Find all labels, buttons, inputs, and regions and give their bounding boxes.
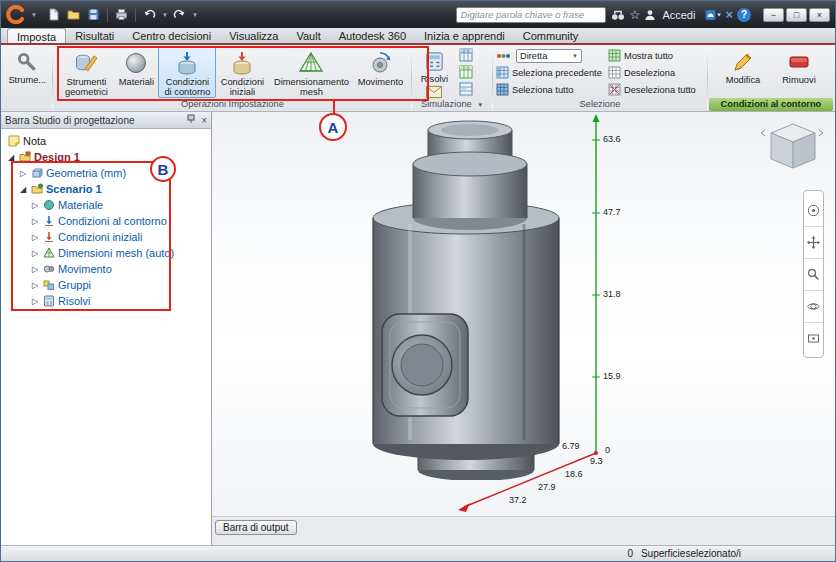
select-all-icon [496,83,509,96]
ribbon-tab-strip: Imposta Risultati Centro decisioni Visua… [1,28,835,45]
close-document-icon[interactable]: × [725,7,733,22]
tools-icon [15,50,39,74]
context-panel: Modifica Rimuovi Condizioni al contorno [709,46,833,111]
tools-panel: Strume... [3,46,51,111]
panel-chevron-icon: ▼ [477,102,483,108]
note-icon [8,135,20,147]
toolbar-separator [107,8,108,22]
tab-imposta[interactable]: Imposta [7,28,66,43]
redo-icon[interactable] [171,7,188,23]
deselect-icon [608,66,621,79]
tools-button[interactable]: Strume... [3,46,51,86]
pin-panel-icon[interactable] [186,114,196,126]
open-file-icon[interactable] [65,7,82,23]
annotation-box-a [57,46,429,101]
selection-panel-title[interactable]: Selezione [494,98,706,111]
undo-chevron-icon[interactable]: ▼ [162,12,168,18]
deselect-all-button[interactable]: Deseleziona tutto [606,83,706,96]
undo-icon[interactable] [141,7,158,23]
output-strip: Barra di output [212,516,835,545]
application-window: ▼ ▼ ▼ [0,0,836,562]
navigation-bar [803,190,824,358]
y-axis-label: 0 [605,445,610,455]
title-bar: ▼ ▼ ▼ [1,1,835,28]
select-previous-icon [496,66,509,79]
panel-separator [707,48,708,109]
binoculars-search-icon[interactable] [611,9,625,21]
viewcube[interactable] [760,116,824,176]
dropdown-chevron-icon: ▼ [572,53,578,59]
graphics-area[interactable]: 63.6 47.7 31.8 15.9 0 6.79 9.3 18.6 27.9… [212,112,835,516]
selection-count: 0 [627,548,633,559]
tab-risultati[interactable]: Risultati [66,28,123,43]
context-panel-title: Condizioni al contorno [709,98,833,111]
navigation-wheel-icon[interactable] [804,194,823,226]
selection-status-text: Superficieselezionato/i [641,548,741,559]
y-axis-label: 63.6 [603,134,621,144]
show-all-button[interactable]: Mostra tutto [606,49,706,62]
close-button[interactable]: × [809,8,830,22]
app-logo-icon[interactable] [6,5,26,25]
annotation-label-b: B [150,156,176,182]
pan-icon[interactable] [804,226,823,258]
tab-community[interactable]: Community [514,28,588,43]
redo-chevron-icon[interactable]: ▼ [192,12,198,18]
x-axis-label: 27.9 [538,482,556,492]
panel-separator [492,48,493,109]
tab-inizia-e-apprendi[interactable]: Inizia e apprendi [415,28,514,43]
tab-autodesk-360[interactable]: Autodesk 360 [330,28,415,43]
app-menu-chevron-icon[interactable]: ▼ [31,12,37,18]
quick-access-toolbar: ▼ ▼ [45,7,198,23]
y-axis-label: 47.7 [603,207,621,217]
deselect-button[interactable]: Deseleziona [606,66,706,79]
toolbar-separator [135,8,136,22]
maximize-button[interactable]: □ [786,8,807,22]
annotation-label-a: A [319,113,347,141]
autodesk360-menu-icon[interactable] [705,9,721,21]
close-panel-icon[interactable]: × [201,115,207,126]
remove-button[interactable]: Rimuovi [775,46,823,86]
selection-mode-dropdown[interactable]: Diretta▼ [494,49,606,63]
deselect-all-icon [608,83,621,96]
simulation-jobs-icon[interactable] [459,65,473,79]
panel-separator [52,48,53,109]
save-icon[interactable] [85,7,102,23]
y-axis-label: 31.8 [603,289,621,299]
window-controls: − □ × [763,8,830,22]
x-axis-label: 37.2 [509,495,527,505]
user-avatar-icon[interactable] [644,9,656,21]
search-input[interactable] [456,7,606,23]
tools-panel-title [3,98,51,111]
remove-eraser-icon [787,50,811,74]
favorites-star-icon[interactable]: ☆ [630,9,641,21]
show-all-icon [608,49,621,62]
parametric-table-icon[interactable] [459,48,473,62]
new-document-icon[interactable] [45,7,62,23]
y-axis-label: 15.9 [603,371,621,381]
tab-centro-decisioni[interactable]: Centro decisioni [123,28,220,43]
viewport: 63.6 47.7 31.8 15.9 0 6.79 9.3 18.6 27.9… [212,112,835,545]
simulation-monitor-icon[interactable] [459,82,473,96]
status-bar: 0 Superficieselezionato/i [1,545,835,561]
print-icon[interactable] [113,7,130,23]
browser-title: Barra Studio di progettazione [5,115,181,126]
3d-model-part[interactable] [352,118,592,480]
zoom-icon[interactable] [804,258,823,290]
edit-pencil-icon [731,50,755,74]
annotation-box-b [11,161,171,311]
model-side-boss [382,314,468,416]
tab-vault[interactable]: Vault [287,28,329,43]
help-icon[interactable]: ? [737,8,751,22]
sign-in-link[interactable]: Accedi [662,9,695,21]
tree-item-nota[interactable]: Nota [1,133,211,149]
minimize-button[interactable]: − [763,8,784,22]
select-previous-button[interactable]: Seleziona precedente [494,66,606,79]
look-at-icon[interactable] [804,322,823,354]
orbit-icon[interactable] [804,290,823,322]
edit-button[interactable]: Modifica [719,46,767,86]
direct-selection-icon [496,52,511,60]
output-bar-button[interactable]: Barra di output [215,520,297,535]
selection-panel: Diretta▼ Mostra tutto Seleziona preceden… [494,46,706,111]
tab-visualizza[interactable]: Visualizza [220,28,287,43]
select-all-button[interactable]: Seleziona tutto [494,83,606,96]
